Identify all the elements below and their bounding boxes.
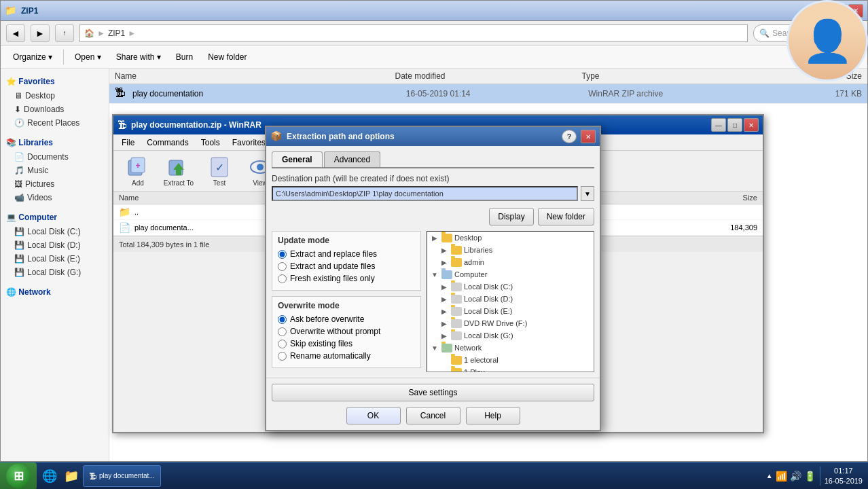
taskbar-winrar-icon: 🗜 [89, 472, 96, 480]
tab-general[interactable]: General [272, 151, 323, 167]
tray-arrow[interactable]: ▲ [766, 472, 773, 479]
forward-button[interactable]: ► [31, 24, 50, 42]
tree-item-libraries[interactable]: ▶ Libraries [427, 244, 594, 256]
ok-button[interactable]: OK [346, 407, 401, 424]
sidebar-item-videos[interactable]: 📹Videos [1, 191, 109, 204]
sidebar-item-music[interactable]: 🎵Music [1, 164, 109, 177]
libraries-header[interactable]: 📚 Libraries [1, 135, 109, 150]
tree-item-disk-d[interactable]: ▶ Local Disk (D:) [427, 293, 594, 305]
network-section: 🌐 Network [1, 285, 109, 300]
up-button[interactable]: ↑ [55, 24, 74, 42]
test-label: Test [213, 179, 225, 187]
zip-file-icon: 📄 [119, 222, 130, 233]
radio-fresh-only[interactable]: Fresh existing files only [278, 274, 415, 283]
share-with-button[interactable]: Share with ▾ [109, 48, 168, 67]
test-tool-button[interactable]: ✓ Test [200, 153, 238, 188]
avatar-face: 👤 [789, 2, 866, 79]
radio-ask-overwrite[interactable]: Ask before overwrite [278, 314, 415, 324]
dialog-help-icon-btn[interactable]: ? [562, 130, 577, 143]
tree-toggle[interactable]: ▶ [439, 294, 449, 304]
tab-advanced[interactable]: Advanced [324, 151, 380, 167]
winrar-maximize-btn[interactable]: □ [727, 118, 742, 132]
new-folder-button[interactable]: New folder [201, 48, 253, 67]
burn-button[interactable]: Burn [169, 48, 200, 67]
tree-toggle[interactable] [439, 355, 449, 365]
col-date-header[interactable]: Date modified [395, 71, 582, 81]
sidebar-item-desktop[interactable]: 🖥Desktop [1, 89, 109, 103]
tree-item-computer[interactable]: ▼ Computer [427, 268, 594, 280]
menu-commands[interactable]: Commands [141, 137, 194, 149]
sidebar-item-local-c[interactable]: 💾Local Disk (C:) [1, 225, 109, 238]
tree-toggle[interactable]: ▼ [430, 270, 439, 279]
dialog-body: General Advanced Destination path (will … [266, 146, 600, 378]
radio-skip-existing[interactable]: Skip existing files [278, 339, 415, 348]
computer-header[interactable]: 💻 Computer [1, 210, 109, 225]
dest-path-dropdown-btn[interactable]: ▼ [581, 186, 594, 201]
sidebar-item-downloads[interactable]: ⬇ Downloads [1, 103, 109, 116]
address-bar[interactable]: 🏠 ► ZIP1 ► [79, 24, 748, 42]
tree-toggle[interactable]: ▶ [439, 306, 449, 316]
file-size: 171 KB [771, 89, 862, 98]
sidebar-item-recent[interactable]: 🕐Recent Places [1, 116, 109, 130]
menu-file[interactable]: File [116, 137, 140, 149]
display-button[interactable]: Display [489, 208, 533, 225]
folder-taskbar-icon: 📁 [64, 469, 79, 484]
sidebar-item-pictures[interactable]: 🖼Pictures [1, 177, 109, 191]
dest-path-input[interactable] [272, 186, 578, 201]
help-button[interactable]: Help [466, 407, 520, 424]
taskbar-pinned-ie[interactable]: 🌐 [39, 469, 60, 484]
tree-toggle[interactable]: ▶ [430, 233, 439, 242]
network-header[interactable]: 🌐 Network [1, 285, 109, 300]
tree-toggle[interactable]: ▶ [439, 331, 449, 340]
tree-item-1electoral[interactable]: 1 electoral [427, 354, 594, 366]
favorites-header[interactable]: ⭐ Favorites [1, 74, 109, 89]
sidebar-item-documents[interactable]: 📄Documents [1, 150, 109, 164]
radio-overwrite-no-prompt[interactable]: Overwrite without prompt [278, 327, 415, 336]
tree-toggle[interactable]: ▶ [439, 319, 449, 328]
taskbar-winrar-item[interactable]: 🗜 play documentat... [83, 465, 161, 487]
recent-icon: 🕐 [14, 118, 24, 128]
winrar-window-controls: — □ ✕ [711, 118, 759, 132]
taskbar-pinned-folder[interactable]: 📁 [61, 469, 82, 484]
col-name-header[interactable]: Name [115, 71, 395, 81]
table-row[interactable]: 🗜 play documentation 16-05-2019 01:14 Wi… [109, 84, 867, 104]
radio-rename-auto[interactable]: Rename automatically [278, 351, 415, 361]
tree-item-desktop[interactable]: ▶ Desktop [427, 232, 594, 244]
organize-button[interactable]: Organize ▾ [6, 48, 59, 67]
tree-toggle[interactable]: ▶ [439, 257, 449, 267]
dialog-title-bar: 📦 Extraction path and options ? ✕ [266, 127, 600, 146]
sidebar-item-local-e[interactable]: 💾Local Disk (E:) [1, 252, 109, 266]
sidebar-item-local-d[interactable]: 💾Local Disk (D:) [1, 238, 109, 252]
tree-item-disk-e[interactable]: ▶ Local Disk (E:) [427, 305, 594, 317]
tree-toggle[interactable]: ▼ [430, 343, 439, 352]
disk-g-icon: 💾 [14, 268, 24, 277]
tree-item-admin[interactable]: ▶ admin [427, 256, 594, 268]
winrar-close-btn[interactable]: ✕ [744, 118, 759, 132]
cancel-button[interactable]: Cancel [406, 407, 460, 424]
start-button[interactable]: ⊞ [0, 463, 37, 490]
save-settings-button[interactable]: Save settings [272, 384, 594, 401]
tree-toggle[interactable]: ▶ [439, 245, 449, 255]
tree-toggle[interactable]: ▶ [439, 282, 449, 291]
add-tool-button[interactable]: + Add [119, 153, 157, 188]
clock[interactable]: 01:17 16-05-2019 [825, 466, 863, 486]
tree-toggle[interactable] [439, 367, 449, 372]
tree-item-network[interactable]: ▼ Network [427, 342, 594, 354]
radio-extract-update[interactable]: Extract and update files [278, 261, 415, 271]
tree-item-dvd[interactable]: ▶ DVD RW Drive (F:) [427, 317, 594, 329]
radio-extract-replace[interactable]: Extract and replace files [278, 249, 415, 259]
tree-item-disk-c[interactable]: ▶ Local Disk (C:) [427, 280, 594, 293]
col-type-header[interactable]: Type [582, 71, 769, 81]
tree-item-1play[interactable]: 1 Play [427, 366, 594, 372]
back-button[interactable]: ◄ [6, 24, 25, 42]
dialog-close-btn[interactable]: ✕ [581, 130, 596, 143]
network-icon [441, 344, 452, 352]
open-button[interactable]: Open ▾ [68, 48, 108, 67]
new-folder-button[interactable]: New folder [538, 208, 594, 225]
clock-date: 16-05-2019 [825, 476, 863, 486]
tree-item-disk-g[interactable]: ▶ Local Disk (G:) [427, 329, 594, 342]
sidebar-item-local-g[interactable]: 💾Local Disk (G:) [1, 266, 109, 279]
extract-tool-button[interactable]: Extract To [160, 153, 198, 188]
menu-tools[interactable]: Tools [196, 137, 225, 149]
winrar-minimize-btn[interactable]: — [711, 118, 726, 132]
